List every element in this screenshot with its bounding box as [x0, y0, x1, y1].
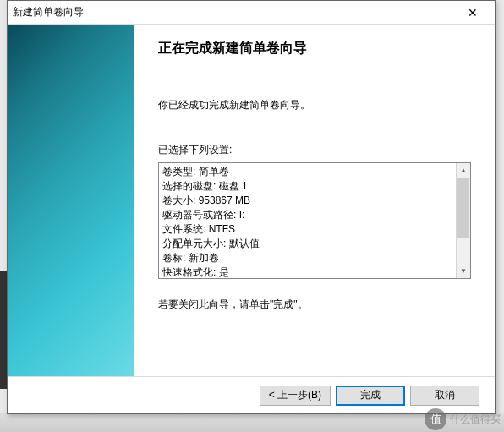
- wizard-sidebar-image: [8, 25, 134, 376]
- finish-button[interactable]: 完成: [336, 386, 405, 406]
- window-title: 新建简单卷向导: [13, 5, 456, 19]
- close-hint: 若要关闭此向导，请单击"完成"。: [158, 298, 471, 312]
- scroll-thumb[interactable]: [457, 178, 469, 238]
- close-icon: ✕: [468, 6, 478, 19]
- close-button[interactable]: ✕: [456, 2, 490, 24]
- setting-quick-format: 快速格式化: 是: [162, 265, 452, 278]
- intro-text: 你已经成功完成新建简单卷向导。: [158, 98, 471, 112]
- setting-file-system: 文件系统: NTFS: [162, 222, 452, 237]
- setting-volume-label: 卷标: 新加卷: [162, 251, 452, 265]
- setting-allocation-unit: 分配单元大小: 默认值: [162, 237, 452, 251]
- page-heading: 正在完成新建简单卷向导: [158, 40, 471, 57]
- titlebar: 新建简单卷向导 ✕: [8, 1, 495, 25]
- settings-label: 已选择下列设置:: [158, 143, 471, 157]
- scrollbar[interactable]: ▲ ▼: [456, 163, 470, 278]
- setting-drive-letter: 驱动器号或路径: I:: [162, 208, 452, 222]
- setting-volume-size: 卷大小: 953867 MB: [162, 194, 452, 208]
- cancel-button[interactable]: 取消: [410, 386, 479, 406]
- scroll-up-button[interactable]: ▲: [457, 163, 470, 178]
- settings-list[interactable]: 卷类型: 简单卷 选择的磁盘: 磁盘 1 卷大小: 953867 MB 驱动器号…: [159, 163, 456, 278]
- scroll-down-button[interactable]: ▼: [457, 264, 470, 278]
- wizard-window: 新建简单卷向导 ✕ 正在完成新建简单卷向导 你已经成功完成新建简单卷向导。 已选…: [7, 0, 496, 414]
- scroll-track[interactable]: [457, 178, 470, 264]
- setting-volume-type: 卷类型: 简单卷: [162, 165, 452, 179]
- wizard-footer: < 上一步(B) 完成 取消: [8, 376, 495, 413]
- setting-selected-disk: 选择的磁盘: 磁盘 1: [162, 179, 452, 194]
- back-button[interactable]: < 上一步(B): [260, 386, 331, 406]
- settings-listbox: 卷类型: 简单卷 选择的磁盘: 磁盘 1 卷大小: 953867 MB 驱动器号…: [158, 162, 471, 279]
